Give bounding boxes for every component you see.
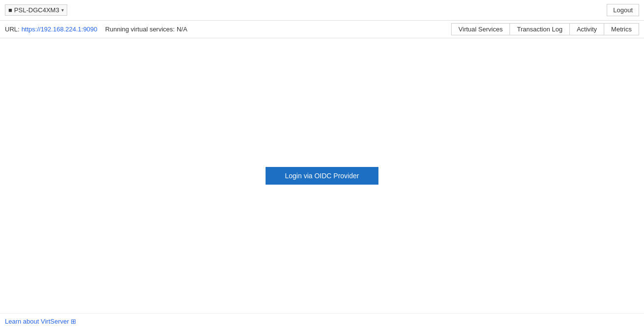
sub-bar: URL: https://192.168.224.1:9090 Running …	[0, 21, 644, 38]
login-oidc-button[interactable]: Login via OIDC Provider	[266, 167, 379, 185]
external-link-icon: ⊞	[71, 318, 76, 325]
top-bar-right: Logout	[607, 4, 639, 16]
running-label: Running virtual services:	[105, 26, 175, 33]
footer-link-label: Learn about VirtServer	[5, 318, 69, 325]
running-value: N/A	[177, 26, 188, 33]
url-label: URL:	[5, 26, 20, 33]
server-name: PSL-DGC4XM3	[14, 6, 59, 14]
url-link[interactable]: https://192.168.224.1:9090	[22, 26, 98, 33]
tab-metrics[interactable]: Metrics	[604, 23, 639, 35]
learn-about-virtserver-link[interactable]: Learn about VirtServer ⊞	[5, 318, 76, 325]
server-icon: ■	[8, 6, 12, 14]
chevron-down-icon: ▾	[61, 7, 64, 13]
logout-button[interactable]: Logout	[607, 4, 639, 16]
main-content: Login via OIDC Provider	[0, 38, 644, 313]
top-bar-left: ■ PSL-DGC4XM3 ▾	[5, 4, 67, 16]
server-dropdown[interactable]: ■ PSL-DGC4XM3 ▾	[5, 4, 67, 16]
nav-tabs: Virtual ServicesTransaction LogActivityM…	[451, 23, 639, 35]
footer: Learn about VirtServer ⊞	[0, 313, 644, 329]
url-info: URL: https://192.168.224.1:9090 Running …	[5, 26, 188, 33]
tab-activity[interactable]: Activity	[569, 23, 604, 35]
top-bar: ■ PSL-DGC4XM3 ▾ Logout	[0, 0, 644, 21]
tab-virtual-services[interactable]: Virtual Services	[451, 23, 510, 35]
tab-transaction-log[interactable]: Transaction Log	[510, 23, 570, 35]
